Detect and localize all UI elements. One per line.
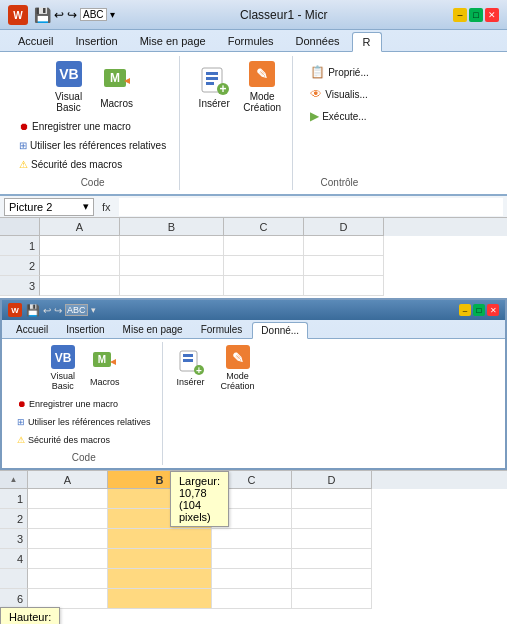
inner-mode-creation-btn[interactable]: ✎ ModeCréation bbox=[214, 344, 262, 392]
tab-insertion[interactable]: Insertion bbox=[65, 32, 127, 51]
inner-cell-b5[interactable] bbox=[108, 569, 212, 589]
inner-corner-select-all[interactable]: ▲ bbox=[0, 471, 28, 489]
name-box-dropdown-icon[interactable]: ▾ bbox=[83, 200, 89, 213]
inner-row-header-4: 4 bbox=[0, 549, 28, 569]
inner-close-btn[interactable]: ✕ bbox=[487, 304, 499, 316]
inner-cell-c5[interactable] bbox=[212, 569, 292, 589]
record-icon: ⏺ bbox=[19, 121, 29, 132]
inner-cell-c3[interactable] bbox=[212, 529, 292, 549]
name-box-value: Picture 2 bbox=[9, 201, 52, 213]
cell-b3[interactable] bbox=[120, 276, 224, 296]
undo-qat-btn[interactable]: ↩ bbox=[54, 8, 64, 22]
fx-button[interactable]: fx bbox=[98, 201, 115, 213]
inner-cell-b6[interactable] bbox=[108, 589, 212, 609]
references-label: Utiliser les références relatives bbox=[30, 140, 166, 151]
cell-d2[interactable] bbox=[304, 256, 384, 276]
proprietes-btn[interactable]: 📋 Proprié... bbox=[305, 62, 374, 82]
inner-row-header-3: 3 bbox=[0, 529, 28, 549]
name-box[interactable]: Picture 2 ▾ bbox=[4, 198, 94, 216]
inner-references-btn[interactable]: ⊞ Utiliser les références relatives bbox=[12, 414, 156, 430]
inner-vba-btn[interactable]: VB VisualBasic bbox=[44, 344, 82, 392]
inner-cell-b4[interactable] bbox=[108, 549, 212, 569]
cell-d3[interactable] bbox=[304, 276, 384, 296]
inner-abc-btn[interactable]: ABC bbox=[65, 304, 88, 316]
inner-cell-a1[interactable] bbox=[28, 489, 108, 509]
cell-c1[interactable] bbox=[224, 236, 304, 256]
cell-c3[interactable] bbox=[224, 276, 304, 296]
inner-tab-donnees[interactable]: Donné... bbox=[252, 322, 308, 339]
spelling-qat-btn[interactable]: ABC bbox=[80, 8, 107, 21]
inner-minimize-btn[interactable]: – bbox=[459, 304, 471, 316]
inner-tab-formules[interactable]: Formules bbox=[193, 322, 251, 338]
inner-cell-d5[interactable] bbox=[292, 569, 372, 589]
macros-btn[interactable]: M Macros bbox=[95, 58, 139, 114]
tab-accueil[interactable]: Accueil bbox=[8, 32, 63, 51]
tab-mise-en-page[interactable]: Mise en page bbox=[130, 32, 216, 51]
inner-enregistrer-btn[interactable]: ⏺ Enregistrer une macro bbox=[12, 396, 156, 412]
inner-cell-a4[interactable] bbox=[28, 549, 108, 569]
inner-col-header-a: A bbox=[28, 471, 108, 489]
cell-a3[interactable] bbox=[40, 276, 120, 296]
inner-macros-btn[interactable]: M Macros bbox=[86, 344, 124, 392]
inner-redo-btn[interactable]: ↪ bbox=[54, 305, 62, 316]
cell-c2[interactable] bbox=[224, 256, 304, 276]
inner-group-inserer: + Insérer ✎ M bbox=[166, 342, 268, 465]
inner-cell-c4[interactable] bbox=[212, 549, 292, 569]
inner-cell-d6[interactable] bbox=[292, 589, 372, 609]
office-button[interactable]: W bbox=[8, 5, 28, 25]
inner-tab-mise-en-page[interactable]: Mise en page bbox=[115, 322, 191, 338]
references-relatives-btn[interactable]: ⊞ Utiliser les références relatives bbox=[14, 137, 171, 154]
inner-cell-c6[interactable] bbox=[212, 589, 292, 609]
inner-cell-b3[interactable] bbox=[108, 529, 212, 549]
inserer-btn[interactable]: + Insérer bbox=[192, 58, 236, 114]
minimize-btn[interactable]: – bbox=[453, 8, 467, 22]
enregistrer-macro-btn[interactable]: ⏺ Enregistrer une macro bbox=[14, 118, 171, 135]
save-qat-btn[interactable]: 💾 bbox=[34, 7, 51, 23]
inner-tab-accueil[interactable]: Accueil bbox=[8, 322, 56, 338]
redo-qat-btn[interactable]: ↪ bbox=[67, 8, 77, 22]
executer-btn[interactable]: ▶ Exécute... bbox=[305, 106, 374, 126]
inner-save-btn[interactable]: 💾 bbox=[26, 304, 40, 317]
col-header-a: A bbox=[40, 218, 120, 236]
table-row: 4 bbox=[0, 549, 507, 569]
inner-macros-icon: M bbox=[92, 349, 118, 375]
inner-inserer-label: Insérer bbox=[177, 377, 205, 387]
inner-cell-d4[interactable] bbox=[292, 549, 372, 569]
inner-cell-d2[interactable] bbox=[292, 509, 372, 529]
inner-qat-more-btn[interactable]: ▾ bbox=[91, 305, 96, 315]
close-btn[interactable]: ✕ bbox=[485, 8, 499, 22]
inner-inserer-btn[interactable]: + Insérer bbox=[172, 344, 210, 392]
cell-b1[interactable] bbox=[120, 236, 224, 256]
maximize-btn[interactable]: □ bbox=[469, 8, 483, 22]
cell-a2[interactable] bbox=[40, 256, 120, 276]
cell-a1[interactable] bbox=[40, 236, 120, 256]
visualiser-btn[interactable]: 👁 Visualis... bbox=[305, 84, 374, 104]
row-header: 3 bbox=[0, 276, 40, 296]
visualiser-label: Visualis... bbox=[325, 89, 368, 100]
inner-cell-d3[interactable] bbox=[292, 529, 372, 549]
inner-securite-btn[interactable]: ⚠ Sécurité des macros bbox=[12, 432, 156, 448]
inner-maximize-btn[interactable]: □ bbox=[473, 304, 485, 316]
inner-undo-btn[interactable]: ↩ bbox=[43, 305, 51, 316]
table-row: 3 bbox=[0, 529, 507, 549]
main-col-headers: A B C D bbox=[0, 218, 507, 236]
inner-cell-a6[interactable] bbox=[28, 589, 108, 609]
tab-r[interactable]: R bbox=[352, 32, 382, 52]
row-header: 2 bbox=[0, 256, 40, 276]
securite-macros-btn[interactable]: ⚠ Sécurité des macros bbox=[14, 156, 171, 173]
visual-basic-btn[interactable]: VB VisualBasic bbox=[47, 58, 91, 114]
inner-cell-d1[interactable] bbox=[292, 489, 372, 509]
inner-office-btn[interactable]: W bbox=[8, 303, 22, 317]
mode-creation-btn[interactable]: ✎ ModeCréation bbox=[240, 58, 284, 114]
tooltip-width-text: Largeur: 10,78 (104 pixels) bbox=[179, 475, 220, 523]
inner-securite-label: Sécurité des macros bbox=[28, 435, 110, 445]
inner-cell-a5[interactable] bbox=[28, 569, 108, 589]
cell-b2[interactable] bbox=[120, 256, 224, 276]
tab-formules[interactable]: Formules bbox=[218, 32, 284, 51]
tab-donnees[interactable]: Données bbox=[286, 32, 350, 51]
inner-cell-a3[interactable] bbox=[28, 529, 108, 549]
inner-cell-a2[interactable] bbox=[28, 509, 108, 529]
formula-input[interactable] bbox=[119, 198, 503, 216]
inner-tab-insertion[interactable]: Insertion bbox=[58, 322, 112, 338]
cell-d1[interactable] bbox=[304, 236, 384, 256]
